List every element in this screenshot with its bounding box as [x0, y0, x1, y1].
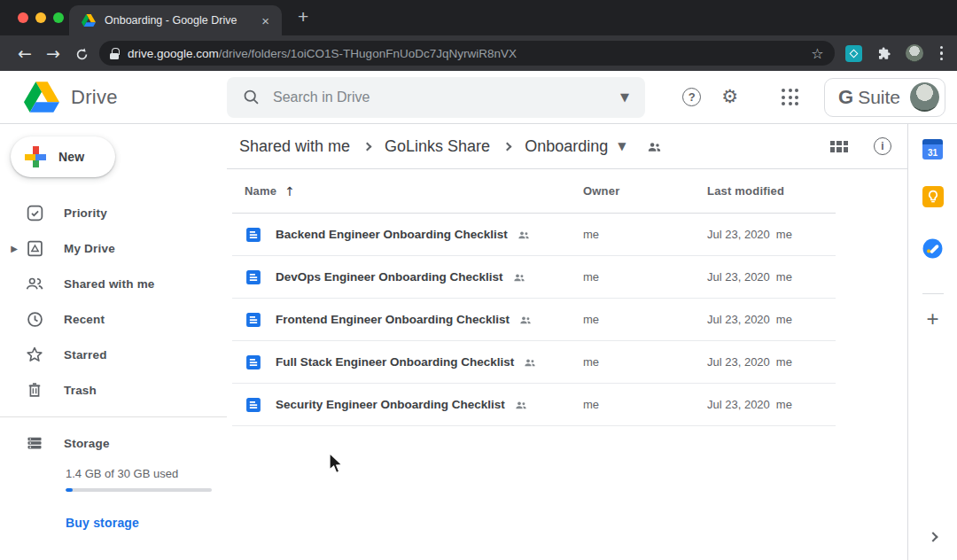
file-modified-by: me	[776, 398, 792, 411]
file-modified-date: Jul 23, 2020	[707, 398, 770, 411]
reload-icon[interactable]	[67, 44, 96, 61]
sidebar-item-starred[interactable]: Starred	[0, 337, 227, 372]
golinks-extension-icon[interactable]	[845, 45, 862, 62]
star-icon	[25, 345, 44, 364]
browser-tab[interactable]: Onboarding - Google Drive ×	[69, 5, 282, 35]
tab-close-icon[interactable]: ×	[258, 12, 273, 29]
forward-icon[interactable]: →	[39, 45, 67, 62]
sidebar-item-recent[interactable]: Recent	[0, 301, 227, 337]
account-avatar[interactable]	[910, 82, 939, 112]
add-panel-app-icon[interactable]: +	[926, 308, 938, 330]
shared-people-icon	[514, 398, 528, 412]
new-button-label: New	[58, 150, 84, 164]
sidebar-item-priority[interactable]: Priority	[0, 195, 227, 230]
file-row[interactable]: Full Stack Engineer Onboarding Checklist…	[232, 341, 836, 384]
new-plus-icon	[25, 146, 46, 167]
search-input[interactable]	[273, 89, 620, 105]
storage-usage-text: 1.4 GB of 30 GB used	[66, 467, 227, 480]
google-side-panel: 31 +	[907, 124, 957, 560]
browser-profile-avatar[interactable]	[906, 44, 923, 62]
help-icon[interactable]: ?	[682, 88, 701, 106]
back-icon[interactable]: ←	[11, 45, 39, 62]
account-badge[interactable]: G Suite	[824, 78, 945, 117]
google-doc-icon	[245, 354, 262, 371]
app-title: Drive	[71, 86, 118, 109]
new-tab-button[interactable]: +	[292, 7, 314, 26]
lock-icon[interactable]	[110, 48, 119, 59]
folder-menu-caret-icon[interactable]: ▼	[618, 140, 626, 152]
search-icon[interactable]	[242, 88, 261, 106]
tasks-icon[interactable]	[922, 237, 944, 263]
file-row[interactable]: Security Engineer Onboarding Checklist m…	[232, 384, 836, 426]
google-doc-icon	[245, 396, 262, 414]
file-name: Security Engineer Onboarding Checklist	[276, 398, 505, 411]
breadcrumb-shared-with-me[interactable]: Shared with me	[239, 137, 350, 156]
column-header-owner[interactable]: Owner	[583, 184, 707, 198]
drive-logo[interactable]: Drive	[0, 82, 227, 113]
column-header-last-modified[interactable]: Last modified	[707, 184, 836, 198]
file-name: Frontend Engineer Onboarding Checklist	[276, 313, 510, 326]
browser-menu-icon[interactable]	[937, 46, 947, 61]
sidebar-item-my-drive[interactable]: ▶ My Drive	[0, 230, 227, 266]
expand-arrow-icon[interactable]: ▶	[7, 244, 21, 253]
storage-section: Storage 1.4 GB of 30 GB used Buy storage	[0, 417, 227, 530]
settings-gear-icon[interactable]: ⚙	[721, 88, 738, 106]
calendar-icon[interactable]: 31	[922, 139, 943, 159]
file-row[interactable]: Frontend Engineer Onboarding Checklist m…	[232, 299, 836, 341]
storage-progress-fill	[66, 488, 73, 492]
drive-header: Drive ▼ ? ⚙ G Suite	[0, 71, 957, 124]
collapse-panel-chevron-icon[interactable]	[928, 532, 938, 541]
file-name: Full Stack Engineer Onboarding Checklist	[276, 355, 514, 369]
storage-label: Storage	[64, 437, 110, 450]
storage-progress-bar	[66, 488, 212, 492]
sidebar-item-label: Recent	[64, 313, 105, 326]
shared-people-icon	[523, 355, 537, 369]
zoom-window-button[interactable]	[53, 12, 64, 23]
column-header-name[interactable]: Name	[245, 184, 276, 198]
url-path: /drive/folders/1oiCO1S-THugonFnUoDc7JqNy…	[219, 47, 804, 60]
file-modified-date: Jul 23, 2020	[707, 313, 770, 326]
sidebar-nav: Priority ▶ My Drive Shared with me	[0, 195, 227, 408]
header-actions: ? ⚙ G Suite	[682, 78, 957, 117]
search-options-caret-icon[interactable]: ▼	[620, 90, 629, 104]
file-row[interactable]: Backend Engineer Onboarding Checklist me…	[232, 214, 836, 256]
bookmark-star-icon[interactable]: ☆	[811, 45, 823, 62]
file-list-header: Name ↑ Owner Last modified	[232, 169, 836, 214]
window-controls	[18, 12, 64, 23]
address-bar[interactable]: drive.google.com /drive/folders/1oiCO1S-…	[99, 41, 835, 66]
trash-icon	[25, 380, 44, 400]
gsuite-g-label: G	[838, 86, 853, 109]
close-window-button[interactable]	[18, 12, 28, 23]
browser-window: Onboarding - Google Drive × + ← → drive.…	[0, 0, 957, 560]
buy-storage-link[interactable]: Buy storage	[66, 516, 227, 530]
file-row[interactable]: DevOps Engineer Onboarding Checklist me …	[232, 256, 836, 299]
breadcrumb: Shared with me GoLinks Share Onboarding …	[227, 124, 907, 169]
minimize-window-button[interactable]	[35, 12, 46, 23]
google-doc-icon	[245, 268, 262, 286]
file-modified-by: me	[776, 228, 792, 241]
file-name: DevOps Engineer Onboarding Checklist	[276, 270, 503, 284]
sidebar-item-shared-with-me[interactable]: Shared with me	[0, 266, 227, 301]
details-info-icon[interactable]: i	[874, 137, 891, 155]
sort-ascending-arrow-icon[interactable]: ↑	[284, 184, 295, 198]
breadcrumb-golinks-share[interactable]: GoLinks Share	[385, 137, 490, 156]
google-apps-grid-icon[interactable]	[782, 89, 798, 105]
shared-with-me-icon	[25, 274, 44, 293]
google-doc-icon	[245, 226, 262, 244]
file-owner: me	[583, 270, 707, 284]
sidebar-item-label: Trash	[64, 384, 97, 397]
file-modified-date: Jul 23, 2020	[707, 270, 770, 284]
search-bar[interactable]: ▼	[227, 77, 645, 118]
sidebar-item-label: My Drive	[64, 242, 115, 255]
sidebar-item-storage[interactable]: Storage	[0, 432, 227, 454]
keep-icon[interactable]	[922, 186, 944, 211]
drive-sidebar: New Priority ▶ My Drive	[0, 124, 227, 560]
sidebar-item-label: Starred	[64, 348, 107, 362]
grid-view-icon[interactable]	[830, 141, 849, 152]
new-button[interactable]: New	[11, 136, 115, 177]
sidebar-item-trash[interactable]: Trash	[0, 372, 227, 408]
extensions-puzzle-icon[interactable]	[875, 45, 892, 62]
breadcrumb-current-folder[interactable]: Onboarding	[525, 137, 608, 156]
file-modified-by: me	[776, 313, 792, 326]
chevron-right-icon	[363, 142, 372, 151]
